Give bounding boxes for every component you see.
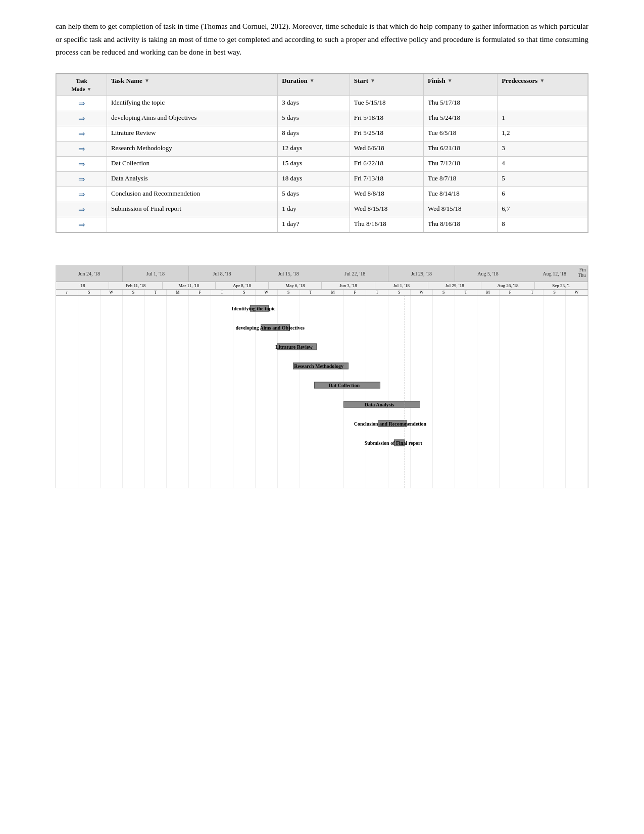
- task-name-cell: Dat Collection: [107, 156, 277, 171]
- task-duration-cell: 18 days: [278, 171, 350, 187]
- gantt-week-cell: Sep 23, '1: [535, 282, 588, 289]
- col-header-task-mode[interactable]: TaskMode ▼: [57, 74, 107, 96]
- gantt-task-row: Identifying the topic: [56, 299, 588, 318]
- gantt-task-label: Litrature Review: [275, 344, 312, 349]
- task-name-cell: Conclusion and Recommendetion: [107, 187, 277, 202]
- gantt-day-cell: S: [388, 290, 411, 295]
- gantt-week-cell: Mar 11, '18: [163, 282, 216, 289]
- gantt-day-cell: S: [233, 290, 256, 295]
- task-duration-cell: 5 days: [278, 111, 350, 126]
- gantt-day-cell: W: [101, 290, 123, 295]
- table-row: ⇒Litrature Review8 daysFri 5/25/18Tue 6/…: [57, 126, 588, 141]
- sort-arrow-start: ▼: [370, 78, 375, 83]
- task-duration-cell: 12 days: [278, 141, 350, 156]
- col-header-predecessors[interactable]: Predecessors ▼: [498, 74, 588, 96]
- gantt-task-row: [56, 452, 588, 472]
- task-finish-cell: Thu 8/16/18: [423, 217, 497, 232]
- task-pred-cell: 1,2: [498, 126, 588, 141]
- gantt-weeks-row: '18Feb 11, '18Mar 11, '18Apr 8, '18May 6…: [56, 282, 588, 290]
- gantt-week-cell: Apr 8, '18: [216, 282, 269, 289]
- gantt-day-cell: W: [411, 290, 433, 295]
- table-row: ⇒1 day?Thu 8/16/18Thu 8/16/188: [57, 217, 588, 232]
- gantt-day-cell: F: [500, 290, 522, 295]
- gantt-timeline-item: Jul 1, '18: [123, 266, 189, 282]
- task-pred-cell: 8: [498, 217, 588, 232]
- task-finish-cell: Thu 5/17/18: [423, 96, 497, 111]
- intro-paragraph: can help them to get completion of task …: [56, 20, 588, 59]
- table-row: ⇒Identifying the topic3 daysTue 5/15/18T…: [57, 96, 588, 111]
- gantt-week-cell: Feb 11, '18: [109, 282, 162, 289]
- col-header-start[interactable]: Start ▼: [350, 74, 423, 96]
- gantt-day-cell: S: [78, 290, 101, 295]
- task-duration-cell: 1 day: [278, 202, 350, 217]
- gantt-day-cell: T: [455, 290, 477, 295]
- gantt-task-label: Identifying the topic: [231, 305, 275, 311]
- task-start-cell: Wed 8/15/18: [350, 202, 423, 217]
- task-finish-cell: Wed 8/15/18: [423, 202, 497, 217]
- gantt-day-cell: T: [521, 290, 543, 295]
- task-finish-cell: Tue 8/7/18: [423, 171, 497, 187]
- col-header-finish[interactable]: Finish ▼: [423, 74, 497, 96]
- gantt-day-cell: F: [189, 290, 211, 295]
- task-duration-cell: 5 days: [278, 187, 350, 202]
- task-duration-cell: 15 days: [278, 156, 350, 171]
- gantt-task-label: Submission of Final report: [365, 440, 422, 445]
- col-header-duration[interactable]: Duration ▼: [278, 74, 350, 96]
- gantt-days-row: rSWSTMFTSWSTMFTSWSTMFTSW: [56, 290, 588, 296]
- task-start-cell: Fri 5/18/18: [350, 111, 423, 126]
- gantt-task-label: Dat Collection: [329, 382, 360, 388]
- task-mode-cell: ⇒: [57, 202, 107, 217]
- task-start-cell: Wed 6/6/18: [350, 141, 423, 156]
- task-mode-cell: ⇒: [57, 141, 107, 156]
- task-pred-cell: 6,7: [498, 202, 588, 217]
- task-mode-cell: ⇒: [57, 111, 107, 126]
- gantt-week-cell: Jun 3, '18: [322, 282, 375, 289]
- gantt-day-cell: S: [433, 290, 455, 295]
- table-row: ⇒Submission of Final report1 dayWed 8/15…: [57, 202, 588, 217]
- gantt-week-cell: Aug 26, '18: [481, 282, 534, 289]
- gantt-timeline-item: Jul 8, '18: [189, 266, 256, 282]
- task-finish-cell: Tue 8/14/18: [423, 187, 497, 202]
- task-finish-cell: Thu 5/24/18: [423, 111, 497, 126]
- task-finish-cell: Thu 6/21/18: [423, 141, 497, 156]
- gantt-task-row: Litrature Review: [56, 337, 588, 356]
- thu-label: Thu: [578, 272, 586, 278]
- gantt-chart: Jun 24, '18Jul 1, '18Jul 8, '18Jul 15, '…: [56, 265, 588, 488]
- gantt-task-label: Data Analysis: [365, 401, 394, 407]
- task-start-cell: Fri 7/13/18: [350, 171, 423, 187]
- sort-arrow-mode: ▼: [87, 86, 92, 92]
- gantt-timeline-item: Jul 29, '18: [388, 266, 455, 282]
- task-finish-cell: Thu 7/12/18: [423, 156, 497, 171]
- gantt-day-cell: S: [278, 290, 300, 295]
- gantt-day-cell: F: [344, 290, 366, 295]
- task-pred-cell: 1: [498, 111, 588, 126]
- sort-arrow-duration: ▼: [310, 78, 315, 83]
- gantt-timeline-item: Aug 5, '18: [455, 266, 522, 282]
- task-duration-cell: 3 days: [278, 96, 350, 111]
- task-name-cell: Research Methodology: [107, 141, 277, 156]
- task-name-cell: Submission of Final report: [107, 202, 277, 217]
- task-name-cell: developing Aims and Objectives: [107, 111, 277, 126]
- gantt-week-cell: Jul 1, '18: [375, 282, 428, 289]
- gantt-task-row: Data Analysis: [56, 395, 588, 414]
- sort-arrow-name: ▼: [144, 78, 150, 83]
- table-row: ⇒Dat Collection15 daysFri 6/22/18Thu 7/1…: [57, 156, 588, 171]
- gantt-day-cell: S: [123, 290, 145, 295]
- gantt-bars-container: Identifying the topicdeveloping Aims and…: [56, 296, 588, 488]
- sort-arrow-pred: ▼: [539, 78, 544, 83]
- gantt-task-row: Conclusion and Recommendetion: [56, 414, 588, 433]
- gantt-day-cell: T: [300, 290, 322, 295]
- gantt-day-cell: W: [566, 290, 588, 295]
- gantt-day-cell: M: [477, 290, 500, 295]
- task-start-cell: Wed 8/8/18: [350, 187, 423, 202]
- table-row: ⇒Conclusion and Recommendetion5 daysWed …: [57, 187, 588, 202]
- col-header-task-name[interactable]: Task Name ▼: [107, 74, 277, 96]
- gantt-day-cell: r: [56, 290, 78, 295]
- gantt-day-cell: W: [256, 290, 278, 295]
- table-row: ⇒Research Methodology12 daysWed 6/6/18Th…: [57, 141, 588, 156]
- gantt-timeline-bar: Jun 24, '18Jul 1, '18Jul 8, '18Jul 15, '…: [56, 266, 588, 282]
- gantt-week-cell: May 6, '18: [269, 282, 322, 289]
- task-pred-cell: 6: [498, 187, 588, 202]
- gantt-day-cell: T: [145, 290, 167, 295]
- gantt-table: TaskMode ▼ Task Name ▼ Duration ▼: [56, 73, 588, 233]
